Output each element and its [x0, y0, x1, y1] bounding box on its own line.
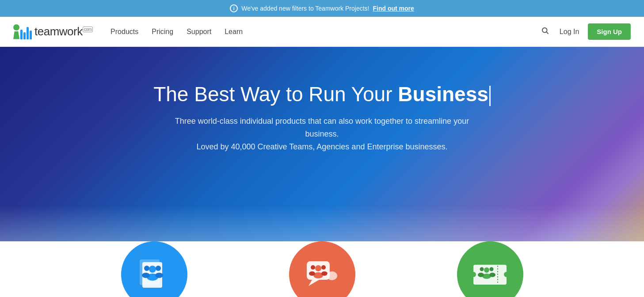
products-row: Teamwork Projects The project management… [0, 241, 644, 297]
hero-title: The Best Way to Run Your Business [153, 82, 491, 106]
svg-point-12 [315, 265, 321, 271]
nav-item-learn[interactable]: Learn [225, 28, 243, 36]
svg-point-6 [156, 266, 161, 271]
svg-point-18 [327, 271, 337, 280]
nav-links: Products Pricing Support Learn [111, 28, 539, 36]
logo-text: teamworkcom [34, 25, 93, 38]
nav-item-pricing[interactable]: Pricing [152, 28, 173, 36]
svg-marker-11 [309, 280, 319, 286]
product-chat: Teamwork Chat Beta The 100% free alterna… [278, 241, 366, 297]
svg-point-16 [311, 265, 315, 270]
nav-right: Log In Sign Up [539, 23, 631, 40]
banner-text: We've added new filters to Teamwork Proj… [241, 5, 369, 12]
hero-subtitle: Three world-class individual products th… [168, 115, 477, 153]
products-section: Teamwork Projects The project management… [0, 241, 644, 297]
svg-point-8 [144, 266, 149, 271]
signup-button[interactable]: Sign Up [588, 23, 631, 40]
navbar: teamworkcom Products Pricing Support Lea… [0, 17, 644, 47]
product-desk-icon[interactable] [457, 241, 523, 297]
svg-point-9 [142, 273, 150, 278]
svg-point-15 [321, 271, 328, 276]
svg-point-28 [478, 273, 484, 277]
banner-link[interactable]: Find out more [373, 5, 414, 12]
product-projects-icon[interactable] [121, 241, 187, 297]
announcement-banner: i We've added new filters to Teamwork Pr… [0, 0, 644, 17]
svg-point-27 [480, 267, 484, 271]
nav-item-support[interactable]: Support [187, 28, 211, 36]
svg-point-4 [149, 266, 156, 273]
product-chat-icon[interactable] [289, 241, 355, 297]
svg-point-23 [484, 267, 489, 273]
svg-point-26 [489, 273, 495, 277]
svg-point-17 [309, 271, 315, 276]
login-link[interactable]: Log In [560, 28, 579, 36]
logo-bars [20, 27, 32, 39]
svg-line-1 [546, 32, 548, 34]
svg-point-7 [155, 273, 163, 278]
info-icon: i [230, 4, 238, 12]
svg-point-0 [542, 28, 547, 33]
product-projects: Teamwork Projects The project management… [110, 241, 198, 297]
product-desk: Teamwork Desk The helpdesk that's invisi… [446, 241, 534, 297]
search-button[interactable] [539, 25, 551, 38]
logo-icon [13, 24, 32, 39]
svg-point-14 [321, 265, 326, 270]
svg-point-25 [490, 267, 494, 271]
logo[interactable]: teamworkcom [13, 24, 93, 39]
nav-item-products[interactable]: Products [111, 28, 138, 36]
